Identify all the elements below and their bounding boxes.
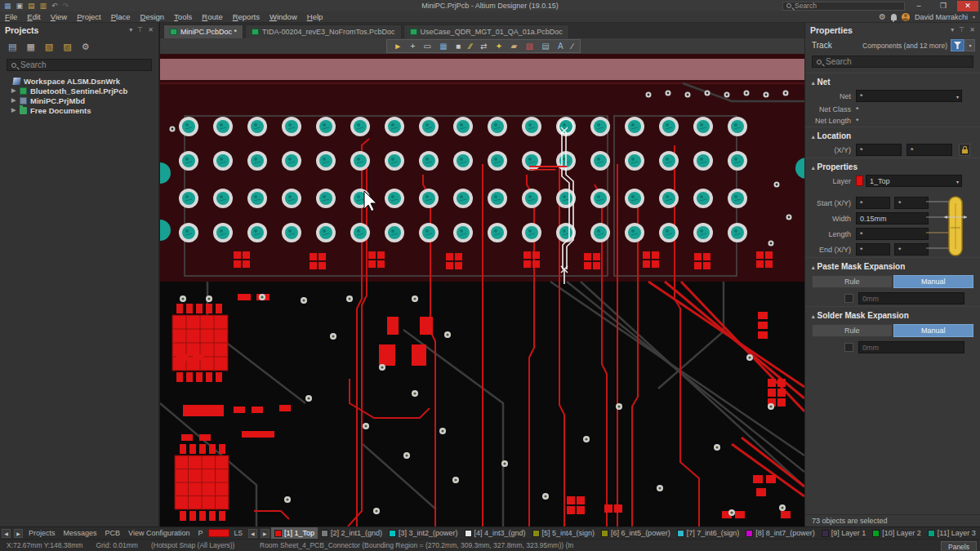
tool-icon[interactable]: ▰ [510,40,517,52]
tool-icon[interactable]: ▭ [424,40,431,52]
layer-tab[interactable]: [4] 4_int3_(gnd) [461,527,529,540]
paste-mask-rule-button[interactable]: Rule [812,275,893,288]
net-section-header[interactable]: ▴Net [805,73,980,88]
tool-icon[interactable]: + [410,40,415,52]
solder-mask-checkbox[interactable] [844,343,853,352]
start-x-field[interactable]: * [856,197,890,209]
menu-item[interactable]: View [46,12,72,21]
quick-icon[interactable]: ↶ [51,2,58,10]
quick-icon[interactable]: ↷ [63,2,69,10]
project-tree-item[interactable]: Workspace ALSM.DsnWrk [0,76,158,86]
layer-tab[interactable]: [3] 3_int2_(power) [385,527,461,540]
panel-tab[interactable]: PCB [101,529,125,537]
filter-dropdown-button[interactable]: ▾ [965,39,975,51]
filter-scope-label[interactable]: Components (and 12 more) [862,42,947,50]
tool-icon[interactable]: ▨ [526,40,533,52]
pcb-editor-canvas[interactable]: ►+▭▦■∕∕⇄✦▰▨▤A∕ [160,38,804,527]
panels-button[interactable]: Panels [941,541,977,551]
expand-arrow-icon[interactable]: ▶ [11,87,16,94]
end-y-field[interactable]: * [894,243,929,256]
solder-mask-manual-button[interactable]: Manual [893,324,974,337]
solder-mask-value-field[interactable]: 0mm [858,341,964,353]
paste-mask-checkbox[interactable] [844,294,853,303]
tool-icon[interactable]: ■ [456,40,461,52]
panel-tab[interactable]: Messages [60,529,101,537]
quick-icon[interactable]: ▥ [40,2,47,10]
menu-item[interactable]: Design [136,12,170,21]
document-tab[interactable]: TIDA-00204_revE3_NoFromTos.PcbDoc [245,24,402,38]
tool-icon[interactable]: ∕∕ [469,40,471,52]
panel-tab[interactable]: View Configuration [124,529,194,537]
pcb-layout-view[interactable] [160,54,804,527]
layer-tab[interactable]: [10] Layer 2 [869,527,924,540]
user-name[interactable]: David Marrakchi [915,13,968,21]
layer-tab[interactable]: [2] 2_int1_(gnd) [318,527,385,540]
project-tree-item[interactable]: ▶ Free Documents [0,105,158,115]
layer-tab[interactable]: [7] 7_int6_(sign) [674,527,743,540]
layer-tab[interactable]: [1] 1_Top [271,527,318,540]
menu-item[interactable]: Project [72,12,106,21]
lock-button[interactable] [959,144,970,156]
quick-icon[interactable]: ▦ [4,2,11,10]
user-dropdown-icon[interactable]: ▾ [973,14,975,20]
panel-dropdown-icon[interactable]: ▾ [129,26,132,33]
menu-item[interactable]: Help [302,12,328,21]
settings-gear-icon[interactable]: ⚙ [879,12,886,21]
menu-item[interactable]: Edit [22,12,45,21]
solder-mask-rule-button[interactable]: Rule [812,324,893,337]
tabs-scroll-right-button[interactable]: ▶ [14,529,23,538]
menu-item[interactable]: Window [265,12,302,21]
tool-icon[interactable]: ► [394,40,402,52]
paste-mask-manual-button[interactable]: Manual [893,275,974,288]
quick-icon[interactable]: ▤ [28,2,35,10]
layer-tab[interactable]: [6] 6_int5_(power) [598,527,674,540]
location-section-header[interactable]: ▴Location [805,127,980,142]
layer-tab[interactable]: [9] Layer 1 [818,527,870,540]
maximize-button[interactable]: ❐ [933,1,954,11]
layers-scroll-right-button[interactable]: ▶ [261,529,270,538]
projects-tool-icon[interactable]: ▨ [63,42,71,52]
projects-tool-icon[interactable]: ▤ [8,42,16,52]
panel-pin-icon[interactable]: ⊤ [137,26,143,33]
panel-dropdown-icon[interactable]: ▾ [951,26,954,33]
projects-tool-icon[interactable]: ▦ [26,42,34,52]
panel-tab[interactable]: P [194,529,207,537]
menu-item[interactable]: Tools [169,12,197,21]
properties-search-input[interactable]: Search [812,56,973,68]
global-search-input[interactable]: Search [782,2,905,11]
expand-arrow-icon[interactable]: ▶ [11,107,16,113]
layers-scroll-left-button[interactable]: ◀ [248,529,257,538]
expand-arrow-icon[interactable]: ▶ [11,97,16,104]
tool-icon[interactable]: A [558,40,564,52]
tool-icon[interactable]: ▦ [439,40,447,52]
tool-icon[interactable]: ∕ [572,40,573,52]
layer-tab[interactable]: [11] Layer 3 [924,527,979,540]
projects-tool-icon[interactable]: ▧ [45,42,53,52]
document-tab[interactable]: MiniPC.PcbDoc * [163,24,243,38]
paste-mask-value-field[interactable]: 0mm [858,292,964,304]
location-x-field[interactable]: * [856,144,902,156]
layer-dropdown[interactable]: 1_Top▾ [866,175,962,187]
width-field[interactable]: 0.15mm [856,212,929,224]
project-tree-item[interactable]: ▶ MiniPC.PrjMbd [0,96,158,105]
menu-item[interactable]: File [0,12,22,21]
layer-tab[interactable]: [8] 8_int7_(power) [742,527,818,540]
end-x-field[interactable]: * [856,243,890,256]
notifications-bell-icon[interactable] [891,14,897,20]
panel-close-icon[interactable]: ✕ [148,26,154,33]
layer-tab[interactable]: [5] 5_int4_(sign) [529,527,599,540]
length-field[interactable]: * [856,228,929,240]
panel-close-icon[interactable]: ✕ [969,26,975,33]
menu-item[interactable]: Place [106,12,136,21]
close-button[interactable]: ✕ [957,1,978,11]
net-dropdown[interactable]: *▾ [856,90,962,102]
panel-tab[interactable]: Projects [24,529,60,537]
projects-tool-icon[interactable]: ⚙ [82,42,90,52]
menu-item[interactable]: Reports [228,12,265,21]
quick-icon[interactable]: ▣ [16,2,24,10]
minimize-button[interactable]: – [908,1,929,11]
panel-pin-icon[interactable]: ⊤ [959,26,964,33]
project-tree-item[interactable]: ▶ Bluetooth_Sentinel.PrjPcb [0,86,158,96]
projects-search-input[interactable]: Search [7,59,152,71]
user-avatar[interactable] [902,13,910,21]
